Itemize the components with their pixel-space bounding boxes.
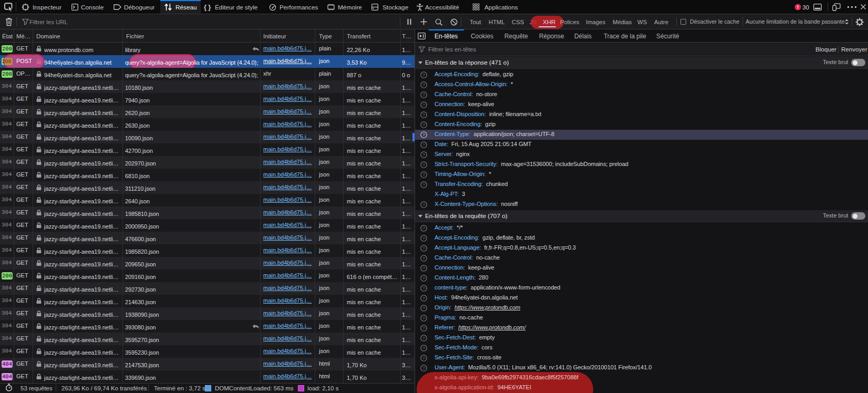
svg-text:?: ? — [422, 142, 425, 147]
svg-text:?: ? — [422, 346, 425, 350]
svg-text:?: ? — [422, 73, 425, 77]
svg-text:?: ? — [422, 102, 425, 107]
svg-text:?: ? — [422, 236, 425, 241]
svg-text:?: ? — [422, 266, 425, 271]
svg-text:?: ? — [422, 366, 425, 370]
svg-text:?: ? — [422, 112, 425, 117]
svg-text:?: ? — [422, 172, 425, 177]
svg-text:?: ? — [422, 316, 425, 320]
svg-text:?: ? — [422, 82, 425, 87]
svg-text:?: ? — [422, 246, 425, 251]
svg-text:?: ? — [422, 276, 425, 281]
svg-text:?: ? — [422, 92, 425, 97]
svg-text:?: ? — [422, 256, 425, 261]
svg-text:?: ? — [422, 162, 425, 167]
svg-text:?: ? — [422, 122, 425, 127]
svg-text:?: ? — [422, 326, 425, 330]
svg-text:?: ? — [422, 132, 425, 137]
svg-text:?: ? — [422, 182, 425, 187]
svg-text:?: ? — [422, 336, 425, 340]
svg-text:?: ? — [422, 296, 425, 301]
svg-text:?: ? — [422, 152, 425, 157]
svg-text:?: ? — [422, 202, 425, 207]
svg-text:?: ? — [422, 226, 425, 231]
svg-text:?: ? — [422, 356, 425, 360]
svg-text:?: ? — [422, 306, 425, 311]
svg-text:?: ? — [422, 286, 425, 291]
